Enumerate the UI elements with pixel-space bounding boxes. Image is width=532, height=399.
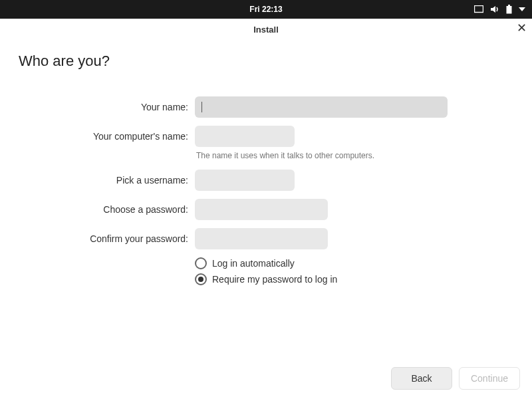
window-title: Install <box>253 25 279 35</box>
computer-name-hint: The name it uses when it talks to other … <box>195 151 374 160</box>
confirm-password-input[interactable] <box>195 228 328 249</box>
row-username: Pick a username: <box>19 170 513 191</box>
username-label: Pick a username: <box>19 175 195 186</box>
page-title: Who are you? <box>19 53 513 70</box>
volume-icon <box>490 5 499 13</box>
confirm-password-label: Confirm your password: <box>19 233 195 244</box>
screen-icon <box>474 5 483 13</box>
row-password: Choose a password: <box>19 199 513 220</box>
continue-button[interactable]: Continue <box>459 367 520 390</box>
svg-marker-1 <box>491 6 495 13</box>
install-window: Install ✕ Who are you? Your name: Your c… <box>0 19 532 399</box>
system-topbar: Fri 22:13 <box>0 0 532 19</box>
svg-marker-4 <box>519 7 525 11</box>
radio-auto-login-row[interactable]: Log in automatically <box>19 257 513 269</box>
password-input[interactable] <box>195 199 328 220</box>
back-button[interactable]: Back <box>391 367 452 390</box>
your-name-input[interactable] <box>195 96 448 118</box>
computer-name-input[interactable] <box>195 126 295 147</box>
svg-rect-0 <box>475 6 483 13</box>
system-status-area[interactable] <box>474 0 525 19</box>
text-caret <box>201 102 202 112</box>
close-button[interactable]: ✕ <box>517 22 527 34</box>
clock: Fri 22:13 <box>249 5 282 14</box>
row-confirm-password: Confirm your password: <box>19 228 513 249</box>
continue-button-label: Continue <box>471 373 508 384</box>
row-your-name: Your name: <box>19 96 513 118</box>
radio-require-password-label: Require my password to log in <box>212 274 337 285</box>
window-titlebar: Install ✕ <box>0 19 532 39</box>
username-input[interactable] <box>195 170 295 191</box>
back-button-label: Back <box>411 373 432 384</box>
battery-icon <box>506 5 512 14</box>
chevron-down-icon <box>519 7 525 11</box>
radio-require-password-row[interactable]: Require my password to log in <box>19 273 513 285</box>
svg-rect-2 <box>508 5 510 6</box>
footer-buttons: Back Continue <box>0 359 532 399</box>
radio-auto-login-label: Log in automatically <box>212 258 295 269</box>
radio-auto-login[interactable] <box>195 257 207 269</box>
page-content: Who are you? Your name: Your computer's … <box>0 39 532 359</box>
row-computer-name: Your computer's name: <box>19 126 513 147</box>
password-label: Choose a password: <box>19 204 195 215</box>
svg-rect-3 <box>507 6 512 14</box>
computer-name-label: Your computer's name: <box>19 131 195 142</box>
computer-name-hint-row: The name it uses when it talks to other … <box>19 151 513 160</box>
your-name-label: Your name: <box>19 102 195 112</box>
radio-require-password[interactable] <box>195 273 207 285</box>
